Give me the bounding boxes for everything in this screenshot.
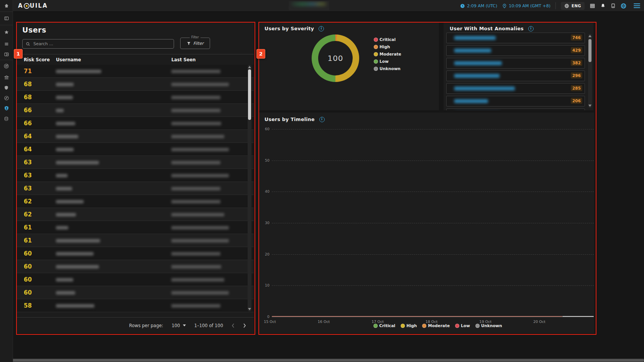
table-row[interactable]: 63 (16, 182, 254, 195)
username-redacted (56, 135, 78, 138)
table-row[interactable]: 64 (16, 130, 254, 143)
sidebar-item-favorites[interactable] (0, 25, 13, 39)
sidebar-item-home[interactable] (0, 0, 13, 11)
legend-item[interactable]: Low (374, 59, 401, 64)
table-row[interactable]: 68 (16, 91, 254, 104)
scroll-down-arrow-icon[interactable] (248, 308, 251, 310)
scroll-down-arrow-icon[interactable] (588, 105, 591, 107)
search-icon (26, 42, 30, 46)
severity-donut-chart[interactable]: 100 (312, 34, 359, 82)
last-seen-redacted (171, 96, 220, 99)
table-row[interactable]: 63 (16, 169, 254, 182)
sidebar-item-compass[interactable] (0, 93, 13, 103)
sidebar-item-institution[interactable] (0, 72, 13, 82)
anomalies-scrollbar[interactable] (588, 34, 592, 108)
app-logo[interactable]: AUILA (18, 2, 48, 9)
anomaly-username-redacted (454, 74, 499, 78)
gridline (272, 129, 594, 129)
username-redacted (56, 122, 75, 125)
anomaly-list-item[interactable]: 746 (446, 33, 585, 43)
timeline-series-line-highlight (562, 316, 594, 317)
scroll-up-arrow-icon[interactable] (588, 35, 591, 37)
scrollbar-thumb[interactable] (588, 39, 591, 62)
timeline-panel-title: Users by Timeline (264, 116, 315, 122)
table-row[interactable]: 66 (16, 117, 254, 130)
table-row[interactable]: 61 (16, 221, 254, 234)
column-header-risk-score[interactable]: Risk Score (24, 57, 50, 62)
last-seen-redacted (171, 278, 224, 282)
language-selector[interactable]: ENG (561, 2, 585, 10)
info-icon[interactable]: i (528, 26, 534, 31)
legend-item[interactable]: High (374, 44, 401, 49)
column-header-last-seen[interactable]: Last Seen (171, 57, 196, 62)
sidebar-item-radar[interactable] (0, 60, 13, 72)
table-row[interactable]: 71 (16, 65, 254, 78)
sidebar-item-user-security-active[interactable] (0, 103, 13, 113)
hamburger-menu-icon[interactable] (634, 3, 640, 8)
table-row[interactable]: 61 (16, 234, 254, 247)
table-row[interactable]: 60 (16, 247, 254, 260)
legend-item[interactable]: Low (455, 323, 470, 328)
legend-item[interactable]: Moderate (422, 323, 450, 328)
anomaly-username-redacted (454, 36, 496, 40)
filter-button[interactable]: Filter Filter (180, 38, 210, 49)
sidebar-item-layout[interactable] (0, 49, 13, 60)
legend-item[interactable]: Unknown (475, 323, 502, 328)
anomaly-list-item[interactable]: 382 (446, 58, 585, 69)
legend-item[interactable]: Critical (373, 323, 395, 328)
timeline-plot-area[interactable]: 605040302010015 Oct16 Oct17 Oct18 Oct19 … (272, 129, 594, 317)
risk-score: 64 (24, 133, 32, 140)
table-row[interactable]: 62 (16, 195, 254, 208)
sidebar-item-list[interactable] (0, 39, 13, 49)
legend-item[interactable]: High (401, 323, 417, 328)
search-input-wrapper (22, 39, 174, 49)
layout-panels-icon (4, 52, 9, 57)
anomaly-list-item[interactable]: 296 (446, 70, 585, 81)
table-row[interactable]: 63 (16, 156, 254, 169)
docs-button[interactable] (611, 3, 616, 8)
table-row[interactable]: 60 (16, 286, 254, 299)
anomalies-list: 746 429 382 296 285 206 (446, 33, 585, 110)
support-button[interactable] (621, 3, 626, 9)
scrollbar-thumb[interactable] (248, 69, 251, 120)
anomaly-list-item[interactable]: 429 (446, 45, 585, 56)
annotation-badge-2: 2 (256, 49, 265, 59)
legend-item[interactable]: Critical (374, 37, 401, 42)
notifications-button[interactable] (600, 3, 606, 8)
rows-per-page-select[interactable]: 100 (172, 323, 186, 328)
last-seen-redacted (171, 70, 220, 73)
table-row[interactable]: 60 (16, 260, 254, 273)
table-row[interactable]: 60 (16, 273, 254, 286)
scroll-up-arrow-icon[interactable] (248, 66, 251, 68)
sidebar-item-shield[interactable] (0, 82, 13, 93)
legend-dot-icon (373, 324, 378, 328)
info-icon[interactable]: i (319, 26, 324, 31)
sidebar-item-split-view[interactable] (0, 12, 13, 25)
legend-dot-icon (455, 324, 459, 328)
table-row[interactable]: 66 (16, 104, 254, 117)
search-input[interactable] (33, 41, 171, 47)
users-table-scrollbar[interactable] (248, 65, 251, 311)
column-header-username[interactable]: Username (56, 57, 81, 62)
anomaly-list-item[interactable]: 285 (446, 83, 585, 94)
previous-page-button[interactable] (232, 323, 235, 328)
table-row[interactable]: 64 (16, 143, 254, 156)
data-grid-button[interactable] (590, 3, 595, 9)
horizontal-scrollbar-thumb[interactable] (0, 359, 644, 362)
risk-score: 68 (24, 94, 32, 101)
blur-blob (292, 2, 326, 6)
legend-item[interactable]: Moderate (374, 52, 401, 56)
y-axis-tick-label: 0 (260, 314, 269, 319)
last-seen-redacted (171, 135, 224, 138)
table-row[interactable]: 62 (16, 208, 254, 221)
table-row[interactable]: 68 (16, 78, 254, 91)
horizontal-scrollbar[interactable] (0, 359, 644, 362)
legend-item[interactable]: Unknown (374, 66, 401, 71)
table-row[interactable]: 58 (16, 299, 254, 312)
info-icon[interactable]: i (319, 117, 325, 122)
severity-legend: CriticalHighModerateLowUnknown (374, 37, 401, 71)
sidebar-item-database[interactable] (0, 113, 13, 124)
next-page-button[interactable] (243, 323, 246, 328)
anomaly-list-item[interactable]: 206 (446, 96, 585, 106)
anomaly-list-item[interactable] (446, 108, 585, 110)
